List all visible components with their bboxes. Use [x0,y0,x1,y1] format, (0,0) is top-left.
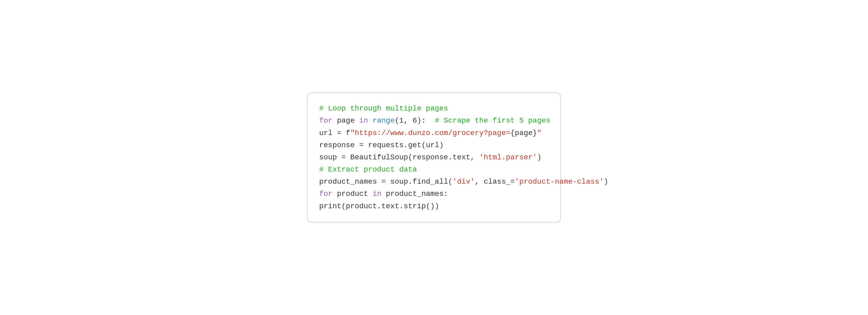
code-line: url = f"https://www.dunzo.com/grocery?pa… [319,127,549,139]
code-line: response = requests.get(url) [319,139,549,151]
code-segment: product_names = soup.find_all( [319,178,453,186]
code-segment: ) [603,178,608,186]
code-segment: range [373,116,395,125]
code-segment: 'product-name-class' [515,178,603,186]
code-line: print(product.text.strip()) [319,200,549,212]
code-segment: product_names: [381,190,448,198]
code-segment [368,116,373,125]
code-segment: 'div' [453,178,475,186]
code-segment: "https://www.dunzo.com/grocery?page= [350,129,510,137]
code-line: for product in product_names: [319,188,549,200]
code-segment: in [359,116,368,125]
code-segment: for [319,116,332,125]
code-segment: ) [537,153,541,162]
code-segment: in [373,190,381,198]
code-line: product_names = soup.find_all('div', cla… [319,176,549,188]
code-line: for page in range(1, 6): # Scrape the fi… [319,115,549,127]
code-segment: url = f [319,129,350,137]
code-segment: soup = BeautifulSoup(response.text, [319,153,479,162]
code-segment: # Extract product data [319,166,417,174]
code-segment: (1, 6): [395,116,435,125]
code-segment: # Scrape the first 5 pages [435,116,551,125]
code-line: # Loop through multiple pages [319,103,549,115]
code-segment: , class_= [475,178,515,186]
code-block: # Loop through multiple pagesfor page in… [319,103,549,212]
code-line: soup = BeautifulSoup(response.text, 'htm… [319,151,549,164]
code-segment: response = requests.get(url) [319,141,443,149]
code-segment: print(product.text.strip()) [319,202,439,210]
code-segment: " [537,129,541,137]
code-line: # Extract product data [319,164,549,176]
code-container: # Loop through multiple pagesfor page in… [307,93,561,222]
code-segment: {page} [510,129,537,137]
code-segment: 'html.parser' [479,153,537,162]
code-segment: for [319,190,332,198]
code-segment: # Loop through multiple pages [319,104,448,113]
code-segment: page [332,116,359,125]
code-segment: product [332,190,372,198]
